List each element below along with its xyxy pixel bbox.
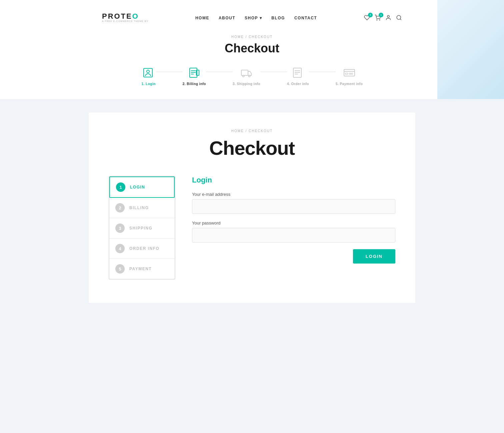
svg-rect-21 [345,73,348,74]
nav-icons: 3 1 [364,15,402,21]
step-3-label: 3. Shipping info [233,82,260,86]
main-area: HOME / CHECKOUT Checkout 1 LOGIN 2 BILLI… [0,99,504,323]
step-num-4: 4 [115,244,125,253]
nav-blog[interactable]: BLOG [271,16,285,20]
sidebar-step-billing[interactable]: 2 BILLING [109,198,175,218]
password-input[interactable] [192,228,395,243]
step-num-2: 2 [115,203,125,212]
step-1-label: 1. Login [142,82,156,86]
nav-about[interactable]: ABOUT [219,16,235,20]
svg-point-0 [377,20,377,20]
sidebar-step-payment-label: PAYMENT [129,267,152,271]
step-5[interactable]: 5. Payment info [336,65,363,86]
sidebar-step-order-info[interactable]: 4 ORDER INFO [109,239,175,259]
nav-contact[interactable]: CONTACT [294,16,317,20]
email-label: Your e-mail address [192,192,395,197]
step-2-label: 2. Billing info [183,82,206,86]
page-title-top: Checkout [102,41,402,55]
svg-point-1 [379,20,380,20]
step-num-1: 1 [116,182,125,192]
step-5-label: 5. Payment info [336,82,363,86]
logo-tagline: A FREE E-COMMERCE THEME BY [102,20,148,22]
svg-rect-12 [241,70,248,75]
sidebar-step-billing-label: BILLING [129,205,149,210]
svg-rect-22 [349,73,351,74]
nav-links: HOME ABOUT SHOP ▾ BLOG CONTACT [195,15,317,21]
step-1[interactable]: 1. Login [141,65,156,86]
svg-point-6 [147,70,149,73]
logo-name: PROTEO [102,13,148,20]
breadcrumb-top: HOME / CHECKOUT [102,35,402,39]
svg-point-3 [397,15,401,19]
cart-button[interactable]: 1 [375,15,381,21]
account-button[interactable] [385,15,391,21]
step-num-3: 3 [115,224,125,233]
page-title-main: Checkout [109,137,395,159]
svg-point-2 [387,15,389,17]
svg-rect-19 [344,69,355,76]
login-button[interactable]: LOGIN [353,249,395,264]
svg-line-4 [400,19,401,20]
step-4[interactable]: 4. Order info [287,65,309,86]
sidebar-step-payment[interactable]: 5 PAYMENT [109,259,175,279]
logo[interactable]: PROTEO A FREE E-COMMERCE THEME BY [102,13,148,22]
step-2[interactable]: 2. Billing info [183,65,206,86]
login-btn-row: LOGIN [192,249,395,264]
email-field-container: Your e-mail address [192,192,395,214]
nav-home[interactable]: HOME [195,16,209,20]
svg-rect-23 [351,73,353,74]
step-num-5: 5 [115,264,125,274]
wishlist-badge: 3 [368,13,373,17]
step-4-label: 4. Order info [287,82,309,86]
checkout-form: Login Your e-mail address Your password … [192,176,395,264]
sidebar-step-shipping[interactable]: 3 SHIPPING [109,218,175,239]
svg-point-14 [249,75,250,77]
breadcrumb-main: HOME / CHECKOUT [109,129,395,133]
cart-badge: 1 [379,13,383,17]
nav-shop[interactable]: SHOP ▾ [245,16,262,20]
svg-point-13 [243,75,244,77]
sidebar-step-login-label: LOGIN [130,185,145,189]
step-3[interactable]: 3. Shipping info [233,65,260,86]
sidebar-step-order-info-label: ORDER INFO [129,246,159,251]
password-field-container: Your password [192,221,395,243]
email-input[interactable] [192,199,395,214]
checkout-layout: 1 LOGIN 2 BILLING 3 SHIPPING 4 ORDER INF… [109,176,395,280]
sidebar-step-shipping-label: SHIPPING [129,226,152,231]
checkout-container: HOME / CHECKOUT Checkout 1 LOGIN 2 BILLI… [89,112,415,303]
wishlist-button[interactable]: 3 [364,15,370,21]
form-section-title: Login [192,176,395,184]
checkout-sidebar: 1 LOGIN 2 BILLING 3 SHIPPING 4 ORDER INF… [109,176,175,280]
password-label: Your password [192,221,395,226]
sidebar-step-login[interactable]: 1 LOGIN [109,176,175,198]
search-button[interactable] [396,15,402,21]
steps-bar: 1. Login 2. Billing info [102,65,402,86]
